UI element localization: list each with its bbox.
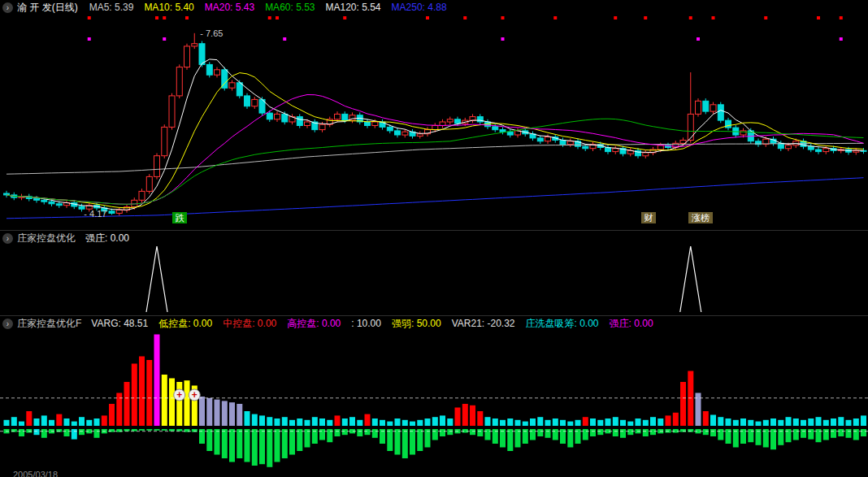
ma-label: MA10: 5.40 <box>144 2 193 13</box>
signal-indicator-panel: 庄家控盘优化 强庄: 0.00 <box>0 230 868 316</box>
svg-text:+: + <box>192 389 197 401</box>
signal-panel-header: 庄家控盘优化 强庄: 0.00 <box>2 232 129 245</box>
legend-item: 强弱: 50.00 <box>392 318 441 329</box>
indicator-value: 强庄: 0.00 <box>85 232 129 245</box>
legend-item: 强庄: 0.00 <box>610 318 653 329</box>
ma-legend: MA5: 5.39MA10: 5.40MA20: 5.43MA60: 5.53M… <box>89 2 458 14</box>
legend-item: VAR21: -20.32 <box>452 318 515 329</box>
legend-item: 庄洗盘吸筹: 0.00 <box>526 318 599 329</box>
histogram-legend: VARG: 48.51低控盘: 0.00中控盘: 0.00高控盘: 0.00: … <box>91 318 663 330</box>
date-label: 2005/03/18 <box>13 470 58 477</box>
signal-spike-chart[interactable] <box>0 231 868 315</box>
legend-item: VARG: 48.51 <box>91 318 148 329</box>
ma-label: MA60: 5.53 <box>265 2 315 13</box>
svg-text:跌: 跌 <box>176 213 185 223</box>
legend-item: 中控盘: 0.00 <box>223 318 276 329</box>
candlestick-chart[interactable]: - 7.65- 4.17跌财涨榜 <box>0 0 868 230</box>
svg-text:财: 财 <box>644 213 653 223</box>
legend-item: 高控盘: 0.00 <box>287 318 341 329</box>
legend-item: : 10.00 <box>351 318 381 329</box>
collapse-chevron-icon[interactable] <box>2 233 13 244</box>
ma-label: MA20: 5.43 <box>205 2 254 13</box>
collapse-chevron-icon[interactable] <box>2 2 13 13</box>
ma-label: MA5: 5.39 <box>89 2 134 13</box>
control-histogram-chart[interactable]: ++ <box>0 316 868 477</box>
histogram-indicator-panel: ++ 庄家控盘优化F VARG: 48.51低控盘: 0.00中控盘: 0.00… <box>0 315 868 477</box>
svg-text:- 7.65: - 7.65 <box>200 28 223 38</box>
legend-item: 低控盘: 0.00 <box>158 318 212 329</box>
svg-text:涨榜: 涨榜 <box>692 213 710 223</box>
svg-text:- 4.17: - 4.17 <box>84 209 106 219</box>
main-chart-panel: - 7.65- 4.17跌财涨榜 渝 开 发(日线) MA5: 5.39MA10… <box>0 0 868 230</box>
stock-title: 渝 开 发(日线) <box>17 2 78 14</box>
trading-terminal: - 7.65- 4.17跌财涨榜 渝 开 发(日线) MA5: 5.39MA10… <box>0 0 868 477</box>
ma-label: MA120: 5.54 <box>326 2 381 13</box>
svg-text:+: + <box>176 389 182 401</box>
indicator-title-f: 庄家控盘优化F <box>17 318 81 330</box>
indicator-title: 庄家控盘优化 <box>17 232 76 245</box>
collapse-chevron-icon[interactable] <box>2 319 13 329</box>
ma-label: MA250: 4.88 <box>392 2 447 13</box>
histogram-panel-header: 庄家控盘优化F VARG: 48.51低控盘: 0.00中控盘: 0.00高控盘… <box>2 318 664 330</box>
main-chart-header: 渝 开 发(日线) MA5: 5.39MA10: 5.40MA20: 5.43M… <box>2 2 458 14</box>
